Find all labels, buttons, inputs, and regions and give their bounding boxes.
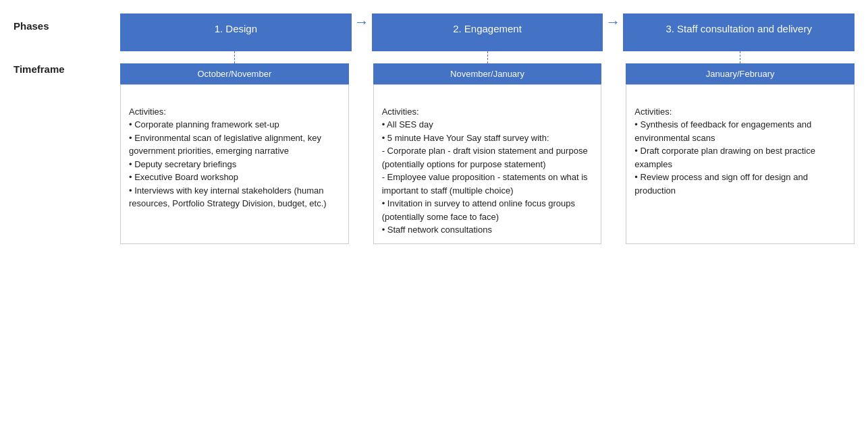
timeframe-2-section: November/January Activities: • All SES d… bbox=[373, 63, 602, 244]
timeframe-content: October/November Activities: • Corporate… bbox=[120, 63, 855, 244]
timeframe-row: Timeframe October/November Activities: •… bbox=[13, 63, 855, 244]
timeframe-3-section: January/February Activities: • Synthesis… bbox=[626, 63, 855, 244]
phase-2-section: 2. Engagement bbox=[372, 13, 603, 51]
dashed-line-1 bbox=[234, 51, 235, 63]
activity-1-box: Activities: • Corporate planning framewo… bbox=[120, 84, 349, 244]
phases-row: Phases 1. Design → 2. Engagement → bbox=[13, 13, 855, 51]
phase-1-section: 1. Design bbox=[120, 13, 352, 51]
dashed-line-3 bbox=[740, 51, 740, 63]
activity-2-box: Activities: • All SES day • 5 minute Hav… bbox=[373, 84, 602, 244]
timeframe-1-header: October/November bbox=[120, 63, 349, 84]
phase-3-section: 3. Staff consultation and delivery bbox=[623, 13, 855, 51]
arrow-1: → bbox=[352, 13, 372, 51]
dashed-line-2 bbox=[487, 51, 488, 63]
arrow-2: → bbox=[603, 13, 623, 51]
connector-row bbox=[13, 51, 855, 63]
activity-3-box: Activities: • Synthesis of feedback for … bbox=[626, 84, 855, 244]
timeframe-1-section: October/November Activities: • Corporate… bbox=[120, 63, 349, 244]
phase-3-box: 3. Staff consultation and delivery bbox=[623, 13, 855, 51]
phases-content: 1. Design → 2. Engagement → 3. Staff con bbox=[120, 13, 855, 51]
phase-1-box: 1. Design bbox=[120, 13, 352, 51]
timeframe-3-header: January/February bbox=[626, 63, 855, 84]
phases-label: Phases bbox=[13, 13, 120, 51]
timeframe-label: Timeframe bbox=[13, 63, 120, 244]
phase-2-box: 2. Engagement bbox=[372, 13, 603, 51]
main-content: Phases 1. Design → 2. Engagement → bbox=[13, 13, 855, 244]
timeframe-2-header: November/January bbox=[373, 63, 602, 84]
